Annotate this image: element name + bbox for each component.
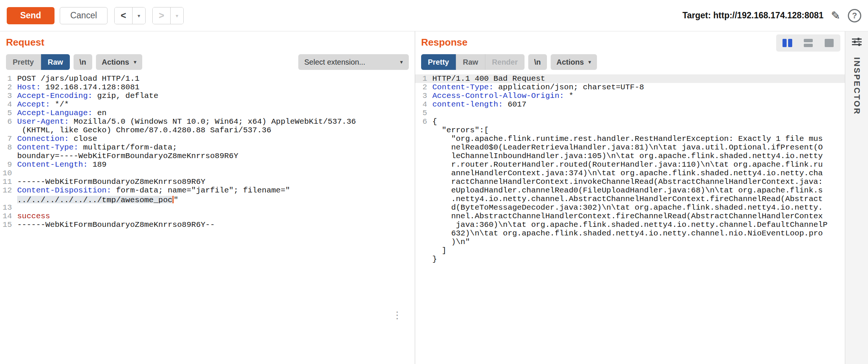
chevron-down-icon: ▾ [588, 59, 591, 65]
code-line[interactable]: 3Accept-Encoding: gzip, deflate [0, 92, 415, 100]
code-line[interactable]: ../../../../../../tmp/awesome_poc" [0, 195, 415, 203]
edit-target-button[interactable]: ✎ [831, 9, 840, 22]
code-line[interactable]: 5 [415, 109, 845, 117]
select-extension-dropdown[interactable]: Select extension... ▾ [298, 54, 409, 70]
request-editor[interactable]: 1POST /jars/upload HTTP/1.12Host: 192.16… [0, 74, 415, 364]
sliders-icon [852, 37, 862, 46]
code-line[interactable]: 10 [0, 169, 415, 178]
code-line[interactable]: d(ByteToMessageDecoder.java:302)\n\tat o… [415, 203, 845, 212]
toolbar-right: Target: http://192.168.174.128:8081 ✎ ? [682, 9, 861, 22]
code-line[interactable]: nnel.AbstractChannelHandlerContext.fireC… [415, 212, 845, 220]
actions-label: Actions [557, 58, 584, 67]
line-number [415, 220, 432, 229]
code-line[interactable]: 632)\n\tat org.apache.flink.shaded.netty… [415, 229, 845, 238]
line-number: 13 [0, 203, 17, 212]
inspector-rail: INSPECTOR [845, 31, 868, 364]
code-line[interactable]: ractChannelHandlerContext.invokeChannelR… [415, 178, 845, 186]
help-button[interactable]: ? [848, 9, 861, 22]
line-number [415, 126, 432, 135]
line-number [415, 160, 432, 169]
line-number: 4 [0, 100, 17, 109]
line-number [415, 212, 432, 220]
help-icon: ? [848, 9, 861, 22]
code-line[interactable]: annelHandlerContext.java:374)\n\tat org.… [415, 169, 845, 178]
line-number [415, 178, 432, 186]
code-line[interactable]: 5Accept-Language: en [0, 109, 415, 117]
code-line[interactable]: 14success [0, 212, 415, 220]
code-line[interactable]: "org.apache.flink.runtime.rest.handler.R… [415, 135, 845, 143]
forward-button[interactable]: > [153, 7, 171, 24]
request-actions-dropdown[interactable]: Actions ▾ [96, 54, 143, 70]
line-number: 3 [415, 92, 432, 100]
code-line[interactable]: java:360)\n\tat org.apache.flink.shaded.… [415, 220, 845, 229]
code-line[interactable]: 6{ [415, 117, 845, 126]
tab-raw[interactable]: Raw [456, 54, 485, 70]
tab-pretty[interactable]: Pretty [421, 54, 456, 70]
code-line[interactable]: 9Content-Length: 189 [0, 160, 415, 169]
code-line[interactable]: "errors":[ [415, 126, 845, 135]
tab-newline[interactable]: \n [528, 54, 547, 70]
select-extension-label: Select extension... [304, 58, 365, 67]
layout-columns-button[interactable] [778, 36, 797, 50]
history-forward-split: > ▾ [152, 7, 184, 24]
response-panel: Response Pretty Raw Render \n Actions ▾ … [415, 31, 845, 364]
tab-pretty[interactable]: Pretty [6, 54, 41, 70]
history-back-split: < ▾ [114, 7, 146, 24]
code-line[interactable]: boundary=----WebKitFormBoundaryoZ8meKnrr… [0, 152, 415, 160]
layout-rows-button[interactable] [799, 36, 818, 50]
inspector-toggle-button[interactable] [852, 37, 862, 47]
request-tabbar: Pretty Raw \n Actions ▾ Select extension… [6, 54, 409, 70]
line-number [415, 238, 432, 246]
layout-columns-icon [783, 39, 787, 47]
code-line[interactable]: 8Content-Type: multipart/form-data; [0, 143, 415, 152]
code-line[interactable]: 3Access-Control-Allow-Origin: * [415, 92, 845, 100]
panel-resize-handle[interactable]: ⋮ [392, 310, 402, 320]
line-number [415, 229, 432, 238]
tab-newline[interactable]: \n [74, 54, 92, 70]
back-dropdown-button[interactable]: ▾ [133, 7, 145, 24]
main-split: Request Pretty Raw \n Actions ▾ Select e… [0, 31, 868, 364]
code-line[interactable]: nelRead0$0(LeaderRetrievalHandler.java:8… [415, 143, 845, 152]
code-line[interactable]: eUploadHandler.channelRead0(FileUploadHa… [415, 186, 845, 195]
tab-render[interactable]: Render [485, 54, 525, 70]
layout-single-button[interactable] [819, 36, 839, 50]
line-number [415, 152, 432, 160]
code-line[interactable]: 2Host: 192.168.174.128:8081 [0, 83, 415, 92]
line-number [0, 152, 17, 160]
code-line[interactable]: 4content-length: 6017 [415, 100, 845, 109]
line-number [415, 195, 432, 203]
code-line[interactable]: 7Connection: close [0, 135, 415, 143]
request-view-tabs: Pretty Raw [6, 54, 70, 70]
line-number [415, 186, 432, 195]
code-line[interactable]: 13 [0, 203, 415, 212]
code-line[interactable]: 15------WebKitFormBoundaryoZ8meKnrrso89R… [0, 220, 415, 229]
line-number: 7 [0, 135, 17, 143]
actions-label: Actions [102, 58, 129, 67]
code-line[interactable]: .netty4.io.netty.channel.AbstractChannel… [415, 195, 845, 203]
tab-raw[interactable]: Raw [41, 54, 70, 70]
cancel-button[interactable]: Cancel [60, 7, 108, 24]
chevron-down-icon: ▾ [137, 13, 140, 19]
layout-rows-icon [804, 39, 813, 47]
layout-toggle-group [776, 34, 840, 52]
code-line[interactable]: leChannelInboundHandler.java:105)\n\tat … [415, 152, 845, 160]
code-line[interactable]: 11------WebKitFormBoundaryoZ8meKnrrso89R… [0, 178, 415, 186]
code-line[interactable]: (KHTML, like Gecko) Chrome/87.0.4280.88 … [0, 126, 415, 135]
response-actions-dropdown[interactable]: Actions ▾ [551, 54, 597, 70]
forward-dropdown-button[interactable]: ▾ [171, 7, 183, 24]
code-line[interactable]: 1HTTP/1.1 400 Bad Request [415, 74, 845, 83]
code-line[interactable]: 4Accept: */* [0, 100, 415, 109]
chevron-down-icon: ▾ [134, 59, 137, 65]
code-line[interactable]: 1POST /jars/upload HTTP/1.1 [0, 74, 415, 83]
code-line[interactable]: )\n" [415, 238, 845, 246]
line-number: 8 [0, 143, 17, 152]
send-button[interactable]: Send [7, 7, 55, 24]
response-editor[interactable]: 1HTTP/1.1 400 Bad Request2Content-Type: … [415, 74, 845, 364]
code-line[interactable]: ] [415, 246, 845, 255]
back-button[interactable]: < [115, 7, 133, 24]
code-line[interactable]: } [415, 255, 845, 263]
code-line[interactable]: 6User-Agent: Mozilla/5.0 (Windows NT 10.… [0, 117, 415, 126]
code-line[interactable]: 2Content-Type: application/json; charset… [415, 83, 845, 92]
code-line[interactable]: r.router.RouterHandler.routed(RouterHand… [415, 160, 845, 169]
code-line[interactable]: 12Content-Disposition: form-data; name="… [0, 186, 415, 195]
